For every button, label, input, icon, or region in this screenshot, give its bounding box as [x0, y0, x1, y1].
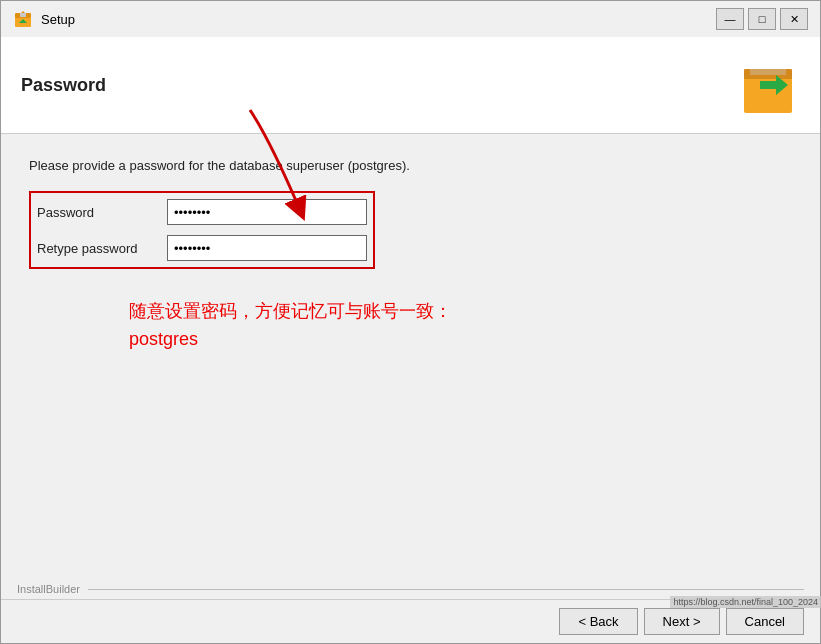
cancel-button[interactable]: Cancel [726, 608, 804, 635]
password-input[interactable] [167, 199, 367, 225]
password-label: Password [37, 205, 167, 220]
setup-icon [13, 9, 33, 29]
next-button[interactable]: Next > [644, 608, 720, 635]
retype-password-label: Retype password [37, 241, 167, 256]
back-button[interactable]: < Back [559, 608, 637, 635]
retype-password-input[interactable] [167, 235, 367, 261]
description-text: Please provide a password for the databa… [29, 158, 792, 173]
annotation-text: 随意设置密码，方便记忆可与账号一致： postgres [129, 297, 792, 354]
page-title: Password [21, 75, 106, 96]
svg-rect-7 [750, 69, 786, 75]
svg-rect-3 [20, 13, 26, 17]
window-title: Setup [41, 12, 75, 27]
installbuilder-label: InstallBuilder [17, 583, 80, 595]
close-button[interactable]: ✕ [780, 8, 808, 30]
minimize-button[interactable]: — [716, 8, 744, 30]
header-logo-icon [736, 53, 800, 117]
url-badge: https://blog.csdn.net/final_100_2024 [670, 596, 821, 608]
maximize-button[interactable]: □ [748, 8, 776, 30]
